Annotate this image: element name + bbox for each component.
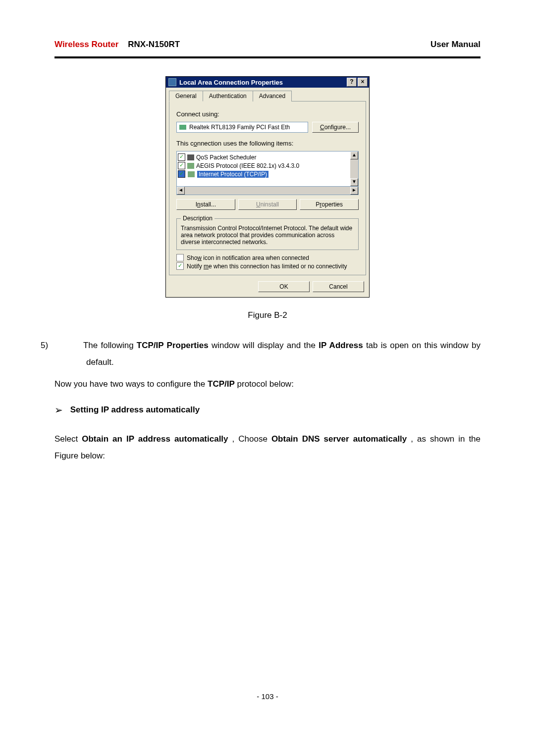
show-icon-option[interactable]: Show icon in notification area when conn… (176, 254, 359, 261)
tab-advanced[interactable]: Advanced (253, 91, 292, 101)
scheduler-icon (187, 154, 194, 160)
tab-general[interactable]: General (169, 91, 203, 101)
item-properties-button[interactable]: Properties (300, 199, 359, 210)
scroll-up-icon[interactable]: ▲ (350, 151, 358, 159)
install-button[interactable]: Install... (176, 199, 235, 210)
adapter-field[interactable]: Realtek RTL8139 Family PCI Fast Eth (176, 122, 308, 133)
tab-authentication[interactable]: Authentication (203, 91, 253, 101)
body-text: 5) The following TCP/IP Properties windo… (54, 337, 481, 464)
vertical-scrollbar[interactable]: ▲ ▼ (350, 151, 358, 186)
page-number: - 103 - (54, 692, 481, 701)
paragraph-select-obtain: Select Obtain an IP address automaticall… (54, 431, 481, 464)
cancel-button[interactable]: Cancel (313, 281, 364, 292)
ok-button[interactable]: OK (258, 281, 310, 292)
checkbox-icon[interactable] (178, 162, 185, 169)
item-aegis[interactable]: AEGIS Protocol (IEEE 802.1x) v3.4.3.0 (178, 162, 349, 170)
tab-panel-general: Connect using: Realtek RTL8139 Family PC… (169, 101, 366, 275)
scroll-down-icon[interactable]: ▼ (350, 178, 358, 186)
connect-using-label: Connect using: (176, 110, 359, 118)
configure-button[interactable]: Configure... (312, 122, 359, 133)
bullet-icon: ➢ (54, 404, 68, 415)
bullet-auto-ip: ➢ Setting IP address automatically (54, 404, 481, 416)
protocol-icon (187, 163, 194, 169)
paragraph-two-ways: Now you have two ways to configure the T… (54, 379, 481, 389)
close-button[interactable]: × (358, 78, 368, 87)
page-header: Wireless Router RNX-N150RT User Manual (54, 40, 481, 54)
tab-strip: General Authentication Advanced (169, 91, 366, 101)
dialog-titlebar[interactable]: Local Area Connection Properties ? × (166, 77, 369, 88)
protocol-icon (187, 171, 195, 178)
item-tcpip[interactable]: Internet Protocol (TCP/IP) (178, 170, 349, 179)
titlebar-icon (168, 78, 176, 86)
description-legend: Description (181, 215, 214, 222)
nic-icon (179, 125, 186, 130)
item-qos[interactable]: QoS Packet Scheduler (178, 153, 349, 162)
header-right: User Manual (430, 40, 481, 50)
description-text: Transmission Control Protocol/Internet P… (181, 225, 354, 246)
scroll-right-icon[interactable]: ► (350, 187, 358, 195)
properties-dialog: Local Area Connection Properties ? × Gen… (165, 76, 370, 298)
adapter-name: Realtek RTL8139 Family PCI Fast Eth (189, 124, 290, 131)
figure-caption: Figure B-2 (54, 310, 481, 320)
help-button[interactable]: ? (347, 78, 357, 87)
list-item-5: 5) The following TCP/IP Properties windo… (83, 337, 481, 371)
items-listbox[interactable]: QoS Packet Scheduler AEGIS Protocol (IEE… (176, 151, 359, 187)
uninstall-button: Uninstall (238, 199, 297, 210)
checkbox-icon[interactable] (176, 254, 184, 261)
notify-option[interactable]: Notify me when this connection has limit… (176, 262, 359, 270)
scroll-left-icon[interactable]: ◄ (177, 187, 185, 195)
items-label: This connection uses the following items… (176, 140, 359, 147)
horizontal-scrollbar[interactable]: ◄ ► (176, 187, 359, 195)
checkbox-icon[interactable] (176, 262, 184, 270)
header-left: Wireless Router RNX-N150RT (54, 40, 180, 50)
model-name: RNX-N150RT (128, 40, 180, 49)
checkbox-icon[interactable] (178, 153, 185, 161)
checkbox-icon[interactable] (178, 170, 185, 178)
dialog-title: Local Area Connection Properties (179, 79, 283, 86)
brand-red: Wireless Router (54, 40, 118, 49)
description-group: Description Transmission Control Protoco… (176, 215, 359, 250)
header-divider (54, 56, 481, 58)
